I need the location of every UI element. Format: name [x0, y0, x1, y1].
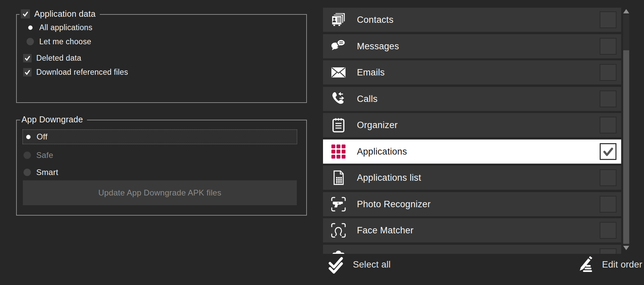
list-item-photo-recognizer[interactable]: Photo Recognizer [323, 192, 621, 216]
item-checkbox[interactable] [600, 117, 616, 133]
checked-checkbox-icon [23, 68, 32, 76]
list-item-emails[interactable]: Emails [323, 60, 621, 84]
radio-unselected-icon [23, 168, 31, 176]
item-checkbox[interactable] [600, 64, 616, 81]
item-label: Calls [357, 94, 378, 104]
list-item-applications[interactable]: Applications [323, 139, 621, 164]
radio-unselected-icon [23, 151, 31, 159]
radio-let-me-choose[interactable]: Let me choose [26, 36, 91, 48]
item-label: Photo Recognizer [357, 199, 430, 210]
item-checkbox[interactable] [600, 248, 616, 254]
list-item-partial[interactable] [323, 245, 621, 254]
app-downgrade-group: App Downgrade Off Safe Smart Update App … [16, 120, 307, 216]
category-list: Contacts Messages Emails Calls [323, 0, 621, 254]
radio-smart[interactable]: Smart [23, 166, 58, 178]
item-label: Messages [357, 41, 399, 52]
radio-unselected-icon [26, 38, 34, 46]
item-label: Applications [357, 147, 407, 157]
item-checkbox[interactable] [600, 143, 616, 160]
scrollbar-thumb[interactable] [623, 50, 629, 244]
checkbox-deleted-data[interactable]: Deleted data [23, 52, 81, 64]
extraction-settings-screen: Application data All applications Let me… [0, 0, 644, 285]
item-checkbox[interactable] [600, 169, 616, 186]
application-data-group: Application data All applications Let me… [16, 14, 307, 103]
list-item-applications-list[interactable]: Applications list [323, 166, 621, 190]
application-data-checkbox[interactable] [21, 9, 30, 18]
item-checkbox[interactable] [600, 222, 616, 239]
item-checkbox[interactable] [600, 196, 616, 213]
photo-recognizer-icon [330, 196, 347, 212]
select-all-button[interactable]: Select all [327, 255, 391, 274]
edit-order-button[interactable]: Edit order [577, 255, 642, 274]
item-checkbox[interactable] [600, 38, 616, 55]
organizer-icon [330, 117, 347, 133]
update-app-downgrade-apk-button[interactable]: Update App Downgrade APK files [23, 180, 297, 205]
check-icon [22, 10, 29, 17]
partial-item-icon [330, 249, 347, 254]
item-label: Emails [357, 67, 385, 78]
applications-icon [330, 144, 347, 160]
item-checkbox[interactable] [600, 91, 616, 107]
list-item-face-matcher[interactable]: Face Matcher [323, 218, 621, 242]
item-label: Face Matcher [357, 225, 414, 236]
item-checkbox[interactable] [600, 11, 616, 28]
radio-selected-icon [26, 23, 34, 32]
list-item-organizer[interactable]: Organizer [323, 113, 621, 137]
list-scrollbar[interactable] [623, 8, 629, 251]
radio-safe[interactable]: Safe [23, 149, 53, 161]
list-item-calls[interactable]: Calls [323, 87, 621, 111]
scroll-down-arrow-icon[interactable] [623, 246, 629, 250]
item-label: Contacts [357, 15, 394, 25]
list-item-messages[interactable]: Messages [323, 34, 621, 58]
checked-checkbox-icon [23, 54, 32, 62]
edit-pencil-icon [577, 255, 595, 274]
list-item-contacts[interactable]: Contacts [323, 8, 621, 32]
emails-icon [330, 64, 347, 80]
radio-all-applications[interactable]: All applications [26, 21, 92, 34]
contacts-icon [330, 12, 347, 28]
double-checkmark-icon [327, 255, 346, 274]
scroll-up-arrow-icon[interactable] [623, 9, 629, 13]
item-label: Organizer [357, 120, 398, 130]
item-label: Applications list [357, 173, 421, 183]
select-all-label: Select all [353, 260, 391, 270]
checkbox-download-referenced-files[interactable]: Download referenced files [23, 66, 128, 78]
applications-list-icon [330, 170, 347, 186]
calls-icon [330, 91, 347, 107]
face-matcher-icon [330, 222, 347, 238]
app-downgrade-title: App Downgrade [21, 115, 83, 124]
radio-off[interactable]: Off [22, 129, 297, 144]
application-data-title: Application data [34, 9, 96, 19]
messages-icon [330, 38, 347, 54]
edit-order-label: Edit order [602, 260, 642, 270]
radio-selected-icon [24, 133, 32, 141]
